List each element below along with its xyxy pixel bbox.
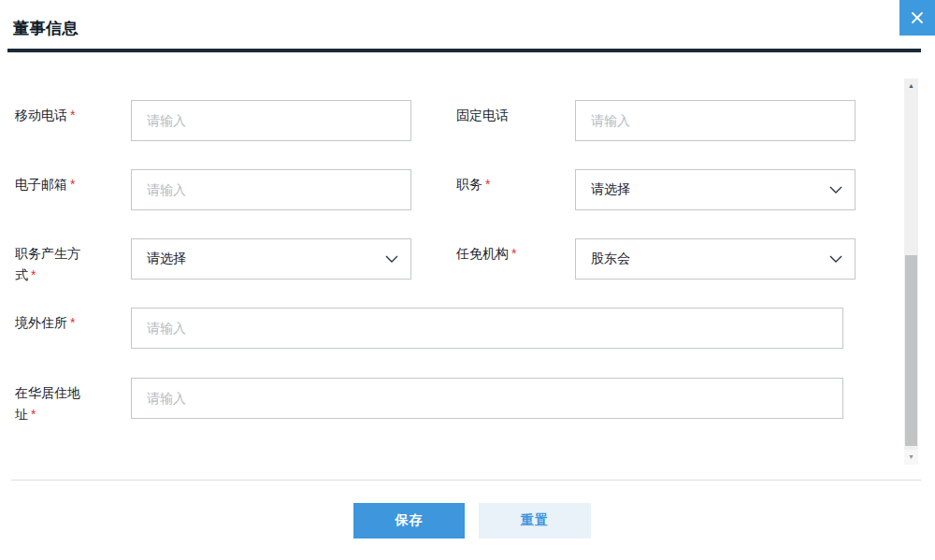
- appointment-organ-select[interactable]: 股东会: [575, 238, 856, 280]
- scroll-up-button[interactable]: ▲: [904, 79, 918, 93]
- title-divider: [7, 49, 921, 52]
- select-value: 股东会: [591, 251, 630, 267]
- scrollbar-thumb[interactable]: [905, 255, 917, 446]
- field-mobile-phone: 移动电话*: [15, 100, 411, 141]
- field-overseas-residence: 境外住所*: [15, 308, 843, 349]
- required-asterisk: *: [70, 177, 75, 192]
- field-fixed-phone: 固定电话: [456, 100, 856, 141]
- scrollbar[interactable]: ▲ ▼: [904, 79, 918, 465]
- overseas-residence-input[interactable]: [131, 308, 843, 349]
- label-text: 电子邮箱: [15, 177, 67, 192]
- position-method-select[interactable]: 请选择: [131, 238, 411, 280]
- field-position: 职务* 请选择: [456, 169, 856, 210]
- close-button[interactable]: [899, 0, 935, 36]
- field-label: 移动电话*: [15, 105, 90, 126]
- director-info-dialog: 董事信息 移动电话* 固定电话 电子邮箱* 职务* 请选择 职务产生方式*: [0, 0, 935, 560]
- required-asterisk: *: [511, 246, 516, 261]
- field-position-method: 职务产生方式* 请选择: [15, 238, 411, 280]
- required-asterisk: *: [70, 315, 75, 330]
- label-text: 职务: [456, 177, 482, 192]
- close-icon: [910, 10, 925, 25]
- field-label: 任免机构*: [456, 243, 561, 265]
- label-text: 境外住所: [15, 315, 67, 330]
- label-text: 固定电话: [456, 108, 509, 122]
- field-appointment-organ: 任免机构* 股东会: [456, 238, 856, 280]
- required-asterisk: *: [485, 177, 490, 192]
- required-asterisk: *: [31, 407, 36, 422]
- label-text: 移动电话: [15, 108, 67, 122]
- label-text: 任免机构: [456, 246, 509, 261]
- label-text: 在华居住地址: [15, 385, 80, 422]
- field-china-address: 在华居住地址*: [15, 378, 843, 419]
- dialog-title: 董事信息: [13, 18, 79, 39]
- footer-divider: [11, 480, 921, 481]
- scroll-up-icon: ▲: [908, 82, 914, 89]
- scroll-down-icon: ▼: [908, 453, 914, 460]
- chevron-down-icon: [829, 186, 842, 194]
- field-label: 职务*: [456, 174, 561, 195]
- label-text: 职务产生方式: [15, 246, 80, 282]
- required-asterisk: *: [70, 108, 75, 122]
- field-label: 在华居住地址*: [15, 382, 90, 425]
- fixed-phone-input[interactable]: [575, 100, 856, 141]
- position-select[interactable]: 请选择: [575, 169, 856, 210]
- email-input[interactable]: [131, 169, 411, 210]
- reset-button[interactable]: 重置: [479, 503, 591, 538]
- save-button[interactable]: 保存: [353, 503, 465, 538]
- select-value: 请选择: [147, 251, 186, 267]
- required-asterisk: *: [31, 267, 36, 282]
- chevron-down-icon: [385, 255, 398, 263]
- field-label: 电子邮箱*: [15, 174, 90, 195]
- field-email: 电子邮箱*: [15, 169, 411, 210]
- field-label: 境外住所*: [15, 312, 90, 334]
- field-label: 职务产生方式*: [15, 243, 90, 286]
- field-label: 固定电话: [456, 105, 561, 126]
- china-address-input[interactable]: [131, 378, 843, 419]
- mobile-phone-input[interactable]: [131, 100, 411, 141]
- select-value: 请选择: [591, 181, 630, 198]
- chevron-down-icon: [829, 255, 842, 263]
- scroll-down-button[interactable]: ▼: [904, 450, 918, 465]
